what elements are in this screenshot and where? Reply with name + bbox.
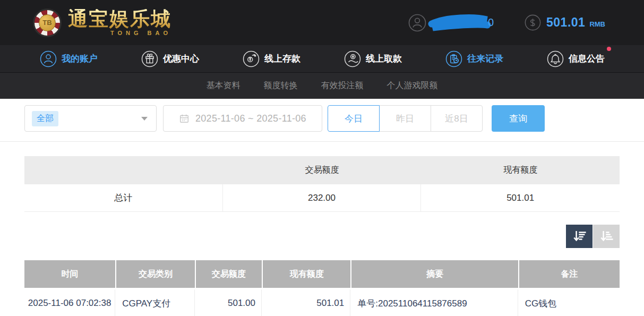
col-header-balance: 现有额度 [263, 260, 350, 288]
nav-item-withdraw[interactable]: 线上取款 [344, 50, 402, 67]
nav-label: 我的账户 [62, 53, 98, 65]
summary-header-transaction-amount: 交易额度 [223, 156, 422, 184]
range-button-last8days[interactable]: 近8日 [431, 105, 483, 132]
sort-amount-asc-icon [599, 229, 613, 243]
cell-balance: 501.01 [263, 289, 350, 316]
balance-display: 501.01 RMB [525, 14, 605, 31]
nav-label: 优惠中心 [163, 53, 199, 65]
summary-current-amount: 501.01 [421, 184, 620, 212]
main-nav: 我的账户 优惠中心 线上存款 [0, 45, 644, 72]
site-logo[interactable]: TB 通宝娱乐城 TONG BAO [33, 8, 171, 37]
username-display[interactable]: 0 [408, 12, 494, 33]
sort-controls [24, 225, 620, 248]
transaction-type-select[interactable]: 全部 [24, 105, 157, 132]
cell-time: 2025-11-06 07:02:38 [24, 289, 115, 316]
user-circle-icon [40, 50, 57, 67]
account-sub-nav: 基本资料 额度转换 有效投注额 个人游戏限额 [0, 72, 644, 99]
top-header: TB 通宝娱乐城 TONG BAO 0 [0, 0, 644, 45]
balance-amount: 501.01 [546, 15, 585, 30]
filter-bar: 全部 2025-11-06 ~ 2025-11-06 今日 昨日 近8日 查询 [24, 105, 620, 132]
sort-descending-button[interactable] [566, 225, 593, 248]
sort-ascending-button[interactable] [593, 225, 620, 248]
calendar-icon [179, 113, 190, 124]
table-row: 2025-11-06 07:02:38 CGPAY支付 501.00 501.0… [24, 289, 620, 316]
records-table: 时间 交易类别 交易额度 现有额度 摘要 备注 2025-11-06 07:02… [24, 260, 620, 316]
hand-coin-icon [243, 50, 260, 67]
username-visible-suffix: 0 [488, 16, 494, 29]
hand-money-icon [344, 50, 361, 67]
quick-range-group: 今日 昨日 近8日 [328, 105, 483, 132]
sort-amount-desc-icon [572, 229, 586, 243]
records-header-row: 时间 交易类别 交易额度 现有额度 摘要 备注 [24, 260, 620, 288]
cell-note: CG钱包 [519, 289, 620, 316]
range-button-today[interactable]: 今日 [328, 105, 380, 132]
nav-label: 往来记录 [467, 53, 503, 65]
nav-item-promotions[interactable]: 优惠中心 [141, 50, 199, 67]
cell-summary: 单号:202511064115876589 [351, 289, 518, 316]
col-header-time: 时间 [24, 260, 115, 288]
site-subtitle: TONG BAO [68, 30, 171, 36]
date-range-value: 2025-11-06 ~ 2025-11-06 [195, 113, 306, 124]
summary-header-current-amount: 现有额度 [421, 156, 620, 184]
date-range-input[interactable]: 2025-11-06 ~ 2025-11-06 [163, 105, 322, 132]
site-title: 通宝娱乐城 [68, 9, 171, 29]
cell-amount: 501.00 [196, 289, 262, 316]
summary-total-row: 总计 232.00 501.01 [24, 184, 620, 212]
subnav-item-game-limits[interactable]: 个人游戏限额 [387, 80, 438, 91]
bell-icon [547, 50, 564, 67]
nav-item-deposit[interactable]: 线上存款 [243, 50, 300, 67]
search-button[interactable]: 查询 [492, 105, 545, 132]
summary-header-empty [24, 156, 223, 184]
subnav-item-credit-transfer[interactable]: 额度转换 [264, 80, 298, 91]
selected-type: 全部 [32, 111, 58, 126]
balance-currency: RMB [589, 17, 605, 28]
summary-table: 交易额度 现有额度 总计 232.00 501.01 [24, 156, 620, 212]
nav-label: 信息公告 [569, 53, 605, 65]
dollar-circle-icon [525, 14, 541, 31]
main-content: 全部 2025-11-06 ~ 2025-11-06 今日 昨日 近8日 查询 … [0, 99, 644, 316]
col-header-amount: 交易额度 [196, 260, 262, 288]
range-button-yesterday[interactable]: 昨日 [379, 105, 431, 132]
col-header-summary: 摘要 [351, 260, 518, 288]
col-header-type: 交易类别 [116, 260, 194, 288]
chevron-down-icon [141, 117, 148, 121]
subnav-item-valid-bets[interactable]: 有效投注额 [321, 80, 364, 91]
gift-icon [141, 50, 158, 67]
summary-transaction-amount: 232.00 [223, 184, 422, 212]
summary-total-label: 总计 [24, 184, 223, 212]
nav-label: 线上取款 [366, 53, 402, 65]
cell-type: CGPAY支付 [116, 289, 194, 316]
nav-item-announcements[interactable]: 信息公告 [547, 50, 605, 67]
poker-chip-icon: TB [33, 8, 62, 37]
col-header-note: 备注 [519, 260, 620, 288]
nav-label: 线上存款 [264, 53, 300, 65]
nav-item-my-account[interactable]: 我的账户 [40, 50, 98, 67]
nav-item-transaction-records[interactable]: 往来记录 [445, 50, 503, 67]
subnav-item-basic-info[interactable]: 基本资料 [207, 80, 241, 91]
chip-monogram: TB [39, 14, 56, 31]
clipboard-clock-icon [445, 50, 462, 67]
notification-dot [607, 47, 611, 51]
section-divider [0, 141, 644, 142]
redaction-scribble [427, 12, 492, 33]
summary-header-row: 交易额度 现有额度 [24, 156, 620, 184]
user-circle-icon [408, 14, 426, 32]
